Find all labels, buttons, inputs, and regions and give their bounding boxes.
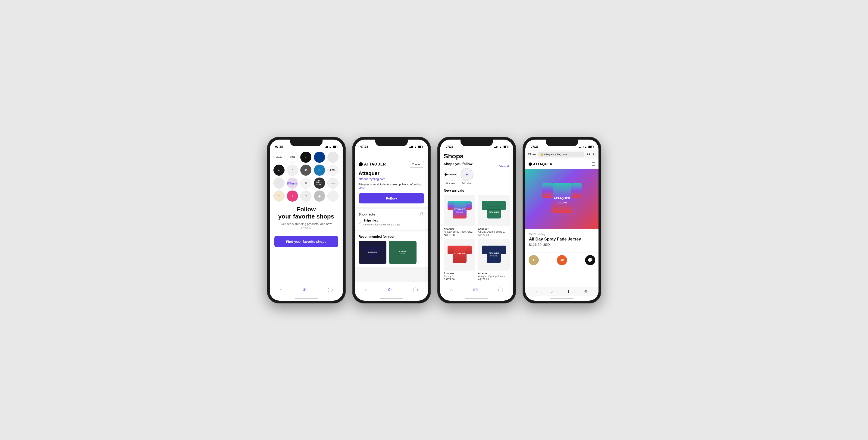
recommended-section: Recommended for you ATTAQUER <box>355 231 428 267</box>
svg-rect-26 <box>500 246 506 254</box>
logo-9: ✦ <box>273 178 284 189</box>
svg-rect-5 <box>395 247 399 252</box>
bag-action-button[interactable]: 🛍 <box>557 255 567 265</box>
svg-text:ATTAQUER: ATTAQUER <box>554 196 570 200</box>
thumb-1[interactable]: ATTAQUER <box>359 241 386 264</box>
svg-rect-31 <box>571 183 582 198</box>
svg-rect-14 <box>487 201 501 219</box>
phone-2: 07:28 ▲ ← ··· <box>352 137 431 304</box>
product-card-2[interactable]: ATTAQUER Attaquer All Day Double Stripe … <box>478 195 509 236</box>
product-4-name: Attaquer Cycling Jersey <box>478 275 509 278</box>
back-button[interactable]: ← <box>359 153 363 157</box>
bag-icon-1: 🛍 <box>303 287 307 292</box>
phone-4: 07:28 ▲ Close 🔒 attaquercycling.com <box>523 137 601 304</box>
nav-profile-3[interactable]: ◯ <box>498 287 503 292</box>
jersey-product-1: ATTAQUER CYCLING <box>446 196 473 224</box>
product-img-4: ATTAQUER CYCLING <box>478 239 509 271</box>
nav-home-2[interactable]: ⌂ <box>365 287 368 292</box>
phone1-content: allbirds KITH ◈ ● ✦ ☆ ↗ JS C PEEL ✦ NUDE… <box>270 150 343 282</box>
nav-bag-2[interactable]: 🛍 <box>388 287 393 292</box>
nav-home-3[interactable]: ⌂ <box>450 287 453 292</box>
product-card-4[interactable]: ATTAQUER CYCLING Attaquer Attaquer Cycli… <box>478 239 509 281</box>
phone3-screen: Shops Shops you follow View all ATTAQUER <box>440 150 513 301</box>
add-shop-label: Add shop <box>461 182 472 185</box>
time-2: 07:28 <box>361 145 368 148</box>
add-shop-item[interactable]: + Add shop <box>461 168 473 185</box>
svg-text:CYCLING: CYCLING <box>400 253 405 254</box>
jersey-product-4: ATTAQUER CYCLING <box>480 241 508 269</box>
more-button[interactable]: ··· <box>420 153 424 157</box>
product-2-name: All Day Double Stripe J... <box>478 230 509 233</box>
battery-icon-2 <box>418 146 423 148</box>
product-detail-info: Men's Jersey All Day Spray Fade Jersey $… <box>525 229 598 253</box>
logo-kith: KITH <box>287 152 298 163</box>
nav-home-1[interactable]: ⌂ <box>280 287 282 292</box>
logo-7: C <box>314 164 325 176</box>
browser-close-button[interactable]: Close <box>528 153 536 156</box>
browser-reload-button[interactable]: ↻ <box>593 153 596 156</box>
browser-url-text: attaquercycling.com <box>544 153 567 156</box>
shop-url[interactable]: attaquercycling.com <box>359 177 424 181</box>
store-button[interactable]: ▲ <box>529 255 539 265</box>
find-shops-button[interactable]: Find your favorite shops <box>274 236 338 247</box>
followed-attaquer[interactable]: ATTAQUER Attaquer <box>444 168 457 185</box>
notch-3 <box>461 139 493 146</box>
nav-profile-1[interactable]: ◯ <box>328 287 333 292</box>
nav-bag-1[interactable]: 🛍 <box>303 287 307 292</box>
home-bar-1 <box>270 296 343 301</box>
browser-forward-button[interactable]: › <box>551 289 553 294</box>
view-all-button[interactable]: View all <box>499 164 509 168</box>
product-card-3[interactable]: ATTAQUER Attaquer Jersey 3 A$172.68 <box>444 239 475 281</box>
notch-4 <box>546 139 578 146</box>
svg-rect-25 <box>482 246 488 254</box>
product-price: $126.50 USD <box>529 243 595 247</box>
site-logo-dot <box>529 162 532 166</box>
hamburger-menu[interactable]: ☰ <box>592 162 595 167</box>
phone2-content: ← ··· ATTAQUER Contact Attaquer attaquer… <box>355 150 428 282</box>
logo-3: ✦ <box>328 152 339 163</box>
product-1-name: All Day Spray Fade Jers... <box>444 230 475 233</box>
shop-facts-title: Shop facts <box>359 213 375 216</box>
browser-aa-button[interactable]: AA <box>587 153 590 156</box>
logo-11: ◎ <box>300 178 311 189</box>
nav-bag-3[interactable]: 🛍 <box>473 287 478 292</box>
shops-title: Shops <box>444 150 509 162</box>
chat-button[interactable]: 💬 <box>585 255 595 265</box>
browser-compass-button[interactable]: ⊕ <box>584 289 588 294</box>
shop-description: Attaquer is an attitude. A shake up. Not… <box>359 183 424 190</box>
contact-button[interactable]: Contact <box>409 161 424 167</box>
add-shop-button[interactable]: + <box>461 168 473 181</box>
hero-image: ATTAQUER CYCLING <box>525 169 598 229</box>
nav-profile-2[interactable]: ◯ <box>413 287 418 292</box>
logo-18: · <box>328 190 339 201</box>
svg-text:ATTAQUER: ATTAQUER <box>399 251 406 252</box>
shop-brand-row: ATTAQUER Contact <box>359 161 424 167</box>
browser-url-pill[interactable]: 🔒 attaquercycling.com <box>538 152 585 157</box>
wifi-icon-2: ▲ <box>414 146 417 148</box>
bottom-nav-2: ⌂ 🛍 ◯ <box>355 282 428 296</box>
logo-1: ◈ <box>300 152 311 163</box>
attaquer-brand-name: ATTAQUER <box>364 162 386 166</box>
product-img-3: ATTAQUER <box>444 239 475 271</box>
followed-shops-row: ATTAQUER Attaquer + Add shop <box>444 168 509 185</box>
product-card-1[interactable]: ATTAQUER CYCLING Attaquer All Day Spray … <box>444 195 475 236</box>
logo-15: ♦ <box>287 190 298 201</box>
thumb-2[interactable]: ATTAQUER CYCLING <box>389 241 416 264</box>
logo-14: ☀ <box>273 190 284 201</box>
svg-rect-4 <box>398 247 407 258</box>
follow-subtext: Get deals, trending products, and new ar… <box>275 222 337 230</box>
svg-rect-21 <box>447 246 454 254</box>
more-link[interactable]: More <box>359 187 365 190</box>
home-bar-4 <box>525 296 598 301</box>
browser-share-button[interactable]: ⬆ <box>567 289 570 294</box>
attaquer-logo: ATTAQUER <box>359 162 386 166</box>
product-4-shop: Attaquer <box>478 272 509 275</box>
follow-button[interactable]: Follow <box>359 193 424 203</box>
attaquer-avatar: ATTAQUER <box>444 168 457 181</box>
logo-8: PEEL <box>328 164 339 176</box>
shop-name: Attaquer <box>359 170 424 176</box>
site-header: ATTAQUER ☰ <box>525 159 598 169</box>
browser-back-button[interactable]: ‹ <box>536 289 537 294</box>
logo-allbirds: allbirds <box>273 152 284 163</box>
svg-text:CYCLING: CYCLING <box>490 255 497 257</box>
